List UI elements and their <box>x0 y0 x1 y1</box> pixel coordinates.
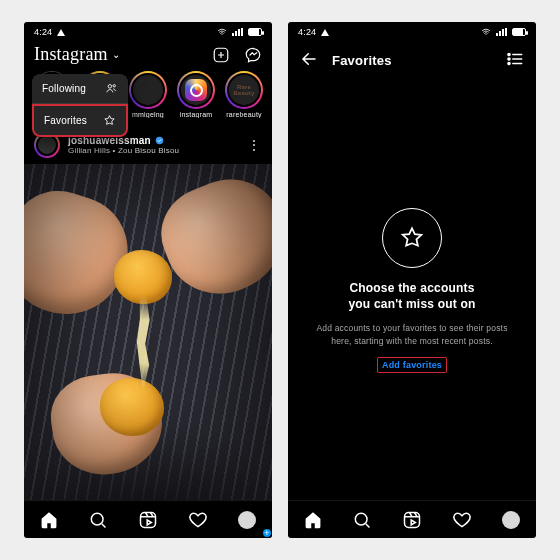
post-media[interactable] <box>24 164 272 500</box>
story-item[interactable]: RareBeauty rarebeauty <box>224 71 264 118</box>
phone-favorites: 4:24 Favorites Choose the accounts <box>288 22 536 538</box>
wifi-icon <box>217 27 227 37</box>
story-item[interactable]: instagram <box>176 71 216 118</box>
story-item[interactable]: mmigelng <box>128 71 168 118</box>
star-icon <box>103 114 116 127</box>
status-caret-icon <box>57 29 65 36</box>
empty-heading: Choose the accounts you can't miss out o… <box>348 280 475 312</box>
app-header: Instagram ⌄ <box>24 40 272 71</box>
bottom-nav <box>24 500 272 538</box>
status-time: 4:24 <box>34 27 52 37</box>
battery-icon <box>248 28 262 36</box>
back-button[interactable] <box>300 50 318 71</box>
star-circle-icon <box>382 208 442 268</box>
manage-list-button[interactable] <box>506 50 524 71</box>
status-bar: 4:24 <box>24 22 272 40</box>
messenger-button[interactable] <box>244 46 262 64</box>
brand-wordmark: Instagram <box>34 44 108 65</box>
svg-point-8 <box>508 58 510 60</box>
people-icon <box>105 82 118 95</box>
dropdown-following-label: Following <box>42 83 86 94</box>
dropdown-following[interactable]: Following <box>32 74 128 104</box>
svg-point-10 <box>356 513 368 525</box>
svg-point-9 <box>508 62 510 64</box>
status-bar: 4:24 <box>288 22 536 40</box>
post-audio: Gillian Hills • Zou Bisou Bisou <box>68 146 179 155</box>
brand-dropdown[interactable]: Instagram ⌄ <box>34 44 120 65</box>
chevron-down-icon: ⌄ <box>112 49 120 60</box>
favorites-header: Favorites <box>288 40 536 81</box>
phone-feed: 4:24 Instagram ⌄ <box>24 22 272 538</box>
bottom-nav <box>288 500 536 538</box>
wifi-icon <box>481 27 491 37</box>
comparison-stage: 4:24 Instagram ⌄ <box>0 0 560 560</box>
new-post-button[interactable] <box>212 46 230 64</box>
nav-reels[interactable] <box>402 510 422 530</box>
svg-point-1 <box>108 85 111 88</box>
feed-dropdown: Following Favorites <box>32 74 128 137</box>
nav-search[interactable] <box>88 510 108 530</box>
post-more-button[interactable]: ⋮ <box>247 137 262 153</box>
nav-profile[interactable] <box>501 510 521 530</box>
page-title: Favorites <box>332 53 392 68</box>
nav-activity[interactable] <box>188 510 208 530</box>
signal-icon <box>232 28 243 36</box>
nav-search[interactable] <box>352 510 372 530</box>
nav-home[interactable] <box>303 510 323 530</box>
post-author-block[interactable]: joshuaweissman Gillian Hills • Zou Bisou… <box>68 135 179 155</box>
svg-point-7 <box>508 53 510 55</box>
status-time: 4:24 <box>298 27 316 37</box>
dropdown-favorites-label: Favorites <box>44 115 87 126</box>
header-actions <box>212 46 262 64</box>
empty-body: Add accounts to your favorites to see th… <box>306 322 518 348</box>
nav-profile[interactable] <box>237 510 257 530</box>
add-favorites-link[interactable]: Add favorites <box>377 357 447 373</box>
nav-activity[interactable] <box>452 510 472 530</box>
nav-home[interactable] <box>39 510 59 530</box>
svg-point-2 <box>113 85 115 87</box>
verified-icon <box>155 136 164 145</box>
svg-point-5 <box>92 513 104 525</box>
battery-icon <box>512 28 526 36</box>
dropdown-favorites[interactable]: Favorites <box>32 104 128 137</box>
empty-state: Choose the accounts you can't miss out o… <box>288 81 536 500</box>
signal-icon <box>496 28 507 36</box>
status-caret-icon <box>321 29 329 36</box>
nav-reels[interactable] <box>138 510 158 530</box>
